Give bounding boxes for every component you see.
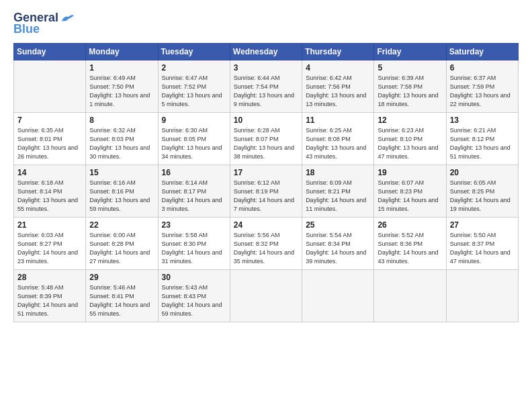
calendar-cell: 2 Sunrise: 6:47 AMSunset: 7:52 PMDayligh… [158,60,230,113]
day-number: 25 [306,220,370,230]
day-info: Sunrise: 6:00 AMSunset: 8:28 PMDaylight:… [89,232,150,265]
day-info: Sunrise: 6:05 AMSunset: 8:25 PMDaylight:… [450,179,511,212]
calendar-week-4: 21 Sunrise: 6:03 AMSunset: 8:27 PMDaylig… [14,218,519,270]
calendar-cell: 4 Sunrise: 6:42 AMSunset: 7:56 PMDayligh… [302,60,374,113]
calendar-cell: 21 Sunrise: 6:03 AMSunset: 8:27 PMDaylig… [14,218,86,270]
day-info: Sunrise: 6:35 AMSunset: 8:01 PMDaylight:… [17,127,78,160]
calendar-week-2: 7 Sunrise: 6:35 AMSunset: 8:01 PMDayligh… [14,113,519,165]
calendar-cell: 15 Sunrise: 6:16 AMSunset: 8:16 PMDaylig… [86,165,158,218]
weekday-header-monday: Monday [86,44,158,60]
calendar-cell: 12 Sunrise: 6:23 AMSunset: 8:10 PMDaylig… [374,113,446,165]
day-number: 28 [17,273,82,282]
calendar-cell: 10 Sunrise: 6:28 AMSunset: 8:07 PMDaylig… [230,113,302,165]
day-number: 5 [378,63,442,73]
day-number: 26 [378,220,442,230]
day-number: 27 [450,220,515,230]
day-number: 9 [162,116,226,125]
day-info: Sunrise: 6:09 AMSunset: 8:21 PMDaylight:… [306,179,366,212]
day-number: 12 [378,116,442,125]
day-info: Sunrise: 6:23 AMSunset: 8:10 PMDaylight:… [378,127,438,160]
day-info: Sunrise: 6:14 AMSunset: 8:17 PMDaylight:… [162,179,222,212]
day-number: 7 [17,116,82,125]
day-number: 20 [450,168,515,177]
day-info: Sunrise: 6:49 AMSunset: 7:50 PMDaylight:… [89,75,150,107]
day-info: Sunrise: 6:03 AMSunset: 8:27 PMDaylight:… [17,232,78,265]
weekday-header-saturday: Saturday [446,44,518,60]
weekday-header-sunday: Sunday [14,44,86,60]
weekday-header-wednesday: Wednesday [230,44,302,60]
day-info: Sunrise: 6:42 AMSunset: 7:56 PMDaylight:… [306,75,366,107]
calendar-cell: 13 Sunrise: 6:21 AMSunset: 8:12 PMDaylig… [446,113,518,165]
calendar-cell: 23 Sunrise: 5:58 AMSunset: 8:30 PMDaylig… [158,218,230,270]
calendar-cell: 29 Sunrise: 5:46 AMSunset: 8:41 PMDaylig… [86,270,158,322]
day-number: 18 [306,168,370,177]
weekday-header-row: SundayMondayTuesdayWednesdayThursdayFrid… [14,44,519,60]
day-info: Sunrise: 5:54 AMSunset: 8:34 PMDaylight:… [306,232,366,265]
calendar-cell: 11 Sunrise: 6:25 AMSunset: 8:08 PMDaylig… [302,113,374,165]
calendar-cell: 27 Sunrise: 5:50 AMSunset: 8:37 PMDaylig… [446,218,518,270]
day-number: 6 [450,63,515,73]
calendar-cell [446,270,518,322]
day-info: Sunrise: 5:58 AMSunset: 8:30 PMDaylight:… [162,232,222,265]
day-info: Sunrise: 5:43 AMSunset: 8:43 PMDaylight:… [162,284,222,317]
calendar-week-1: 1 Sunrise: 6:49 AMSunset: 7:50 PMDayligh… [14,60,519,113]
calendar-cell: 5 Sunrise: 6:39 AMSunset: 7:58 PMDayligh… [374,60,446,113]
day-info: Sunrise: 6:18 AMSunset: 8:14 PMDaylight:… [17,179,78,212]
calendar-cell: 6 Sunrise: 6:37 AMSunset: 7:59 PMDayligh… [446,60,518,113]
weekday-header-thursday: Thursday [302,44,374,60]
calendar-cell [14,60,86,113]
calendar-week-3: 14 Sunrise: 6:18 AMSunset: 8:14 PMDaylig… [14,165,519,218]
calendar-cell: 22 Sunrise: 6:00 AMSunset: 8:28 PMDaylig… [86,218,158,270]
logo-bird-icon [60,13,75,24]
day-info: Sunrise: 6:21 AMSunset: 8:12 PMDaylight:… [450,127,511,160]
weekday-header-tuesday: Tuesday [158,44,230,60]
day-number: 2 [162,63,226,73]
calendar-cell: 8 Sunrise: 6:32 AMSunset: 8:03 PMDayligh… [86,113,158,165]
day-number: 11 [306,116,370,125]
day-info: Sunrise: 6:25 AMSunset: 8:08 PMDaylight:… [306,127,366,160]
day-number: 13 [450,116,515,125]
calendar-cell: 26 Sunrise: 5:52 AMSunset: 8:36 PMDaylig… [374,218,446,270]
day-number: 19 [378,168,442,177]
logo: General Blue [13,11,75,36]
day-number: 23 [162,220,226,230]
day-info: Sunrise: 6:39 AMSunset: 7:58 PMDaylight:… [378,75,438,107]
calendar-cell [302,270,374,322]
calendar-cell: 7 Sunrise: 6:35 AMSunset: 8:01 PMDayligh… [14,113,86,165]
calendar-cell: 9 Sunrise: 6:30 AMSunset: 8:05 PMDayligh… [158,113,230,165]
day-info: Sunrise: 5:52 AMSunset: 8:36 PMDaylight:… [378,232,438,265]
day-number: 15 [89,168,154,177]
day-info: Sunrise: 5:56 AMSunset: 8:32 PMDaylight:… [234,232,294,265]
day-number: 8 [89,116,154,125]
day-number: 4 [306,63,370,73]
calendar-cell: 25 Sunrise: 5:54 AMSunset: 8:34 PMDaylig… [302,218,374,270]
calendar-cell: 18 Sunrise: 6:09 AMSunset: 8:21 PMDaylig… [302,165,374,218]
day-number: 24 [234,220,298,230]
calendar-cell [374,270,446,322]
calendar-week-5: 28 Sunrise: 5:48 AMSunset: 8:39 PMDaylig… [14,270,519,322]
calendar-cell: 3 Sunrise: 6:44 AMSunset: 7:54 PMDayligh… [230,60,302,113]
day-number: 3 [234,63,298,73]
day-info: Sunrise: 5:50 AMSunset: 8:37 PMDaylight:… [450,232,511,265]
calendar-page: General Blue SundayMondayTuesdayWednesda… [0,0,532,411]
day-number: 16 [162,168,226,177]
day-info: Sunrise: 6:30 AMSunset: 8:05 PMDaylight:… [162,127,222,160]
calendar-cell: 14 Sunrise: 6:18 AMSunset: 8:14 PMDaylig… [14,165,86,218]
page-header: General Blue [13,11,519,36]
day-number: 14 [17,168,82,177]
day-info: Sunrise: 5:46 AMSunset: 8:41 PMDaylight:… [89,284,150,317]
day-number: 17 [234,168,298,177]
day-number: 21 [17,220,82,230]
day-info: Sunrise: 6:12 AMSunset: 8:19 PMDaylight:… [234,179,294,212]
day-number: 30 [162,273,226,282]
calendar-cell: 30 Sunrise: 5:43 AMSunset: 8:43 PMDaylig… [158,270,230,322]
calendar-cell: 16 Sunrise: 6:14 AMSunset: 8:17 PMDaylig… [158,165,230,218]
calendar-cell: 19 Sunrise: 6:07 AMSunset: 8:23 PMDaylig… [374,165,446,218]
day-info: Sunrise: 6:47 AMSunset: 7:52 PMDaylight:… [162,75,222,107]
day-info: Sunrise: 6:16 AMSunset: 8:16 PMDaylight:… [89,179,150,212]
calendar-cell: 20 Sunrise: 6:05 AMSunset: 8:25 PMDaylig… [446,165,518,218]
day-info: Sunrise: 5:48 AMSunset: 8:39 PMDaylight:… [17,284,78,317]
day-number: 22 [89,220,154,230]
logo-blue: Blue [13,22,40,36]
day-info: Sunrise: 6:07 AMSunset: 8:23 PMDaylight:… [378,179,438,212]
